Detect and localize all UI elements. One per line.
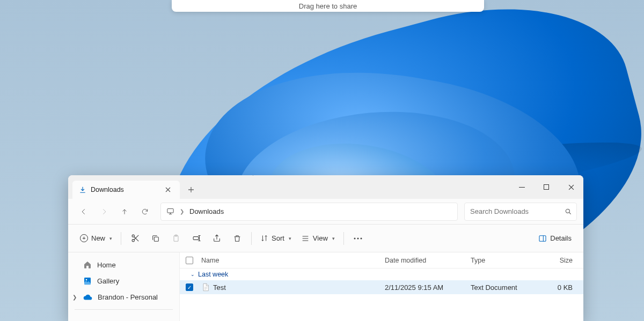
scissors-icon: [131, 234, 140, 243]
column-date[interactable]: Date modified: [385, 257, 471, 264]
text-file-icon: [201, 283, 210, 292]
new-button[interactable]: + New ▾: [76, 230, 116, 247]
minimize-icon: [519, 187, 525, 188]
maximize-button[interactable]: [534, 175, 559, 199]
svg-rect-0: [167, 209, 173, 213]
file-name: Test: [213, 283, 226, 292]
new-label: New: [91, 234, 105, 242]
share-button[interactable]: [207, 230, 226, 247]
sort-button[interactable]: Sort ▾: [256, 230, 296, 247]
chevron-down-icon: ▾: [289, 236, 291, 241]
window-controls: [509, 175, 583, 199]
refresh-icon: [141, 208, 149, 215]
close-icon: [568, 184, 574, 190]
rename-button[interactable]: [187, 230, 206, 247]
cloud-icon: [83, 293, 92, 302]
refresh-button[interactable]: [136, 203, 154, 221]
more-button[interactable]: [348, 230, 368, 247]
arrow-left-icon: [80, 208, 87, 215]
chevron-right-icon[interactable]: ❯: [72, 294, 77, 300]
svg-point-9: [357, 237, 358, 239]
this-pc-icon: [166, 207, 174, 215]
sort-label: Sort: [272, 234, 284, 242]
tab-strip: Downloads: [68, 175, 583, 199]
details-pane-button[interactable]: Details: [534, 230, 576, 247]
file-list: Name Date modified Type Size ⌄ Last week…: [180, 252, 583, 321]
svg-rect-7: [193, 237, 199, 240]
file-type: Text Document: [471, 283, 540, 292]
chevron-down-icon: ▾: [109, 236, 112, 241]
clipboard-icon: [172, 234, 180, 243]
rename-icon: [192, 234, 201, 243]
svg-rect-11: [539, 235, 546, 241]
share-drop-bar[interactable]: Drag here to share: [172, 0, 484, 12]
tab-downloads[interactable]: Downloads: [72, 181, 180, 199]
breadcrumb-separator: ❯: [180, 208, 184, 214]
file-size: 0 KB: [540, 283, 583, 292]
chevron-down-icon: ⌄: [191, 272, 195, 277]
trash-icon: [233, 234, 241, 243]
sort-icon: [260, 234, 268, 242]
navigation-sidebar: Home Gallery ❯ Brandon - Personal: [68, 252, 180, 321]
home-icon: [83, 260, 92, 269]
new-tab-button[interactable]: [183, 182, 199, 198]
arrow-right-icon: [100, 208, 108, 215]
view-button[interactable]: View ▾: [297, 230, 339, 247]
paste-button[interactable]: [166, 230, 186, 247]
delete-button[interactable]: ↖: [228, 230, 247, 247]
share-drop-label: Drag here to share: [299, 2, 357, 10]
search-box[interactable]: [464, 203, 577, 221]
svg-point-10: [360, 237, 362, 239]
sidebar-gallery-label: Gallery: [97, 277, 119, 285]
file-explorer-window: Downloads ❯ Downloads +: [68, 175, 583, 321]
search-icon: [565, 208, 572, 215]
svg-point-2: [132, 240, 134, 242]
back-button[interactable]: [75, 203, 93, 221]
row-checkbox[interactable]: ✓: [180, 283, 199, 291]
details-label: Details: [550, 234, 572, 242]
details-pane-icon: [538, 234, 547, 243]
close-icon: [165, 187, 171, 192]
copy-icon: [151, 234, 160, 243]
svg-point-3: [132, 235, 134, 237]
arrow-up-icon: [121, 208, 128, 215]
close-window-button[interactable]: [559, 175, 583, 199]
checkmark-icon: ✓: [186, 283, 193, 291]
command-toolbar: + New ▾ ↖ Sort ▾ View ▾ Details: [68, 225, 583, 252]
view-label: View: [313, 234, 328, 242]
sidebar-item-onedrive[interactable]: ❯ Brandon - Personal: [68, 289, 179, 305]
minimize-button[interactable]: [509, 175, 534, 199]
address-row: ❯ Downloads: [68, 199, 583, 225]
share-icon: [213, 234, 221, 243]
sidebar-item-home[interactable]: Home: [68, 257, 179, 273]
svg-point-1: [566, 209, 569, 213]
forward-button[interactable]: [95, 203, 113, 221]
group-label: Last week: [198, 271, 228, 278]
list-icon: [301, 234, 310, 243]
file-date: 2/11/2025 9:15 AM: [385, 283, 471, 292]
breadcrumb-location[interactable]: Downloads: [189, 207, 224, 215]
chevron-down-icon: ▾: [332, 236, 335, 241]
tab-close-button[interactable]: [163, 184, 173, 195]
cut-button[interactable]: [126, 230, 145, 247]
plus-circle-icon: +: [80, 234, 88, 242]
column-name[interactable]: Name: [199, 257, 385, 264]
copy-button[interactable]: [146, 230, 165, 247]
file-row-test[interactable]: ✓ Test 2/11/2025 9:15 AM Text Document 0…: [180, 280, 583, 294]
search-input[interactable]: [470, 207, 560, 215]
column-headers: Name Date modified Type Size: [180, 252, 583, 268]
main-area: Home Gallery ❯ Brandon - Personal Name D…: [68, 252, 583, 321]
address-bar[interactable]: ❯ Downloads: [160, 203, 458, 221]
up-button[interactable]: [115, 203, 134, 221]
group-header-last-week[interactable]: ⌄ Last week: [180, 268, 583, 280]
sidebar-item-gallery[interactable]: Gallery: [68, 273, 179, 289]
svg-rect-4: [154, 237, 158, 241]
gallery-icon: [83, 277, 92, 285]
column-type[interactable]: Type: [471, 257, 540, 264]
svg-point-8: [354, 237, 355, 239]
column-size[interactable]: Size: [540, 257, 583, 264]
sidebar-home-label: Home: [97, 261, 116, 269]
ellipsis-icon: [354, 237, 362, 240]
maximize-icon: [544, 184, 549, 190]
select-all-checkbox[interactable]: [180, 257, 199, 264]
